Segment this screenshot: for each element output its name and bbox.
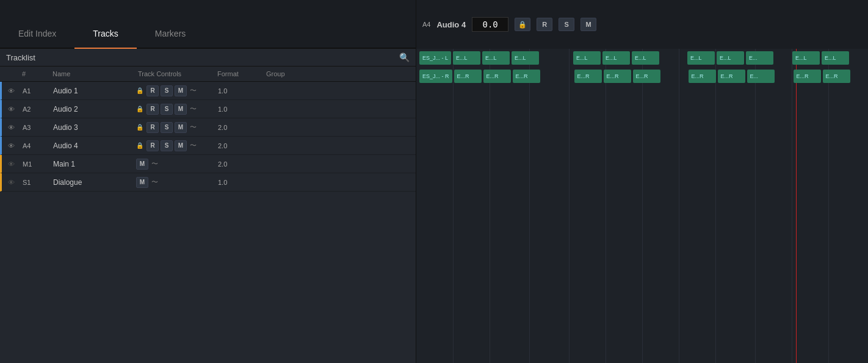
track-visibility-toggle[interactable]: 👁 [2, 142, 20, 149]
top-info-bar: A4 Audio 4 0.0 🔒 R S M [416, 0, 868, 49]
clip-chip[interactable]: E...L [512, 51, 539, 65]
waveform-icon: 〜 [190, 86, 197, 95]
track-name: Audio 3 [51, 123, 136, 132]
table-row[interactable]: 👁 A3 Audio 3 🔒 R S M 〜 2.0 [0, 118, 416, 137]
grid-line [569, 49, 570, 363]
grid-line [606, 49, 606, 363]
clip-chip[interactable]: E...L [453, 51, 480, 65]
track-name: Audio 1 [51, 87, 136, 95]
clip-chip[interactable]: ES_J... - L [419, 51, 451, 65]
clip-chip[interactable]: E...R [794, 70, 821, 83]
col-group: Group [262, 69, 416, 79]
tab-markers[interactable]: Markers [137, 20, 204, 49]
active-track-name: Audio 4 [436, 20, 466, 29]
track-format: 1.0 [215, 106, 264, 113]
mute-button-top[interactable]: M [580, 18, 596, 31]
record-button[interactable]: R [146, 104, 159, 115]
clip-chip[interactable]: E...R [633, 70, 660, 83]
track-name: Audio 2 [51, 105, 136, 113]
grid-line [715, 49, 716, 363]
solo-button-top[interactable]: S [559, 18, 574, 31]
record-button[interactable]: R [146, 122, 159, 133]
track-id: M1 [20, 160, 51, 168]
track-visibility-toggle[interactable]: 👁 [2, 124, 20, 131]
track-format: 1.0 [215, 87, 264, 95]
table-row[interactable]: 👁 A2 Audio 2 🔒 R S M 〜 1.0 [0, 100, 416, 118]
lock-icon[interactable]: 🔒 [136, 106, 143, 112]
col-format: Format [214, 69, 262, 79]
time-display: 0.0 [472, 17, 508, 32]
playhead-line [796, 49, 797, 363]
track-visibility-toggle[interactable]: 👁 [2, 87, 20, 95]
clip-chip[interactable]: E...L [482, 51, 510, 65]
left-panel: Edit Index Tracks Markers Tracklist 🔍 # … [0, 0, 416, 363]
lock-icon[interactable]: 🔒 [136, 87, 143, 94]
col-eye [0, 69, 18, 79]
mute-button[interactable]: M [136, 159, 148, 170]
record-button-top[interactable]: R [537, 18, 552, 31]
clip-chip[interactable]: E...L [602, 51, 630, 65]
main-container: Edit Index Tracks Markers Tracklist 🔍 # … [0, 0, 868, 363]
record-button[interactable]: R [146, 140, 159, 151]
track-controls: M 〜 [136, 159, 215, 170]
mute-button[interactable]: M [175, 122, 187, 133]
table-row[interactable]: 👁 S1 Dialogue M 〜 1.0 [0, 173, 416, 192]
mute-button[interactable]: M [175, 85, 187, 96]
grid-line [828, 49, 829, 363]
track-controls: M 〜 [136, 177, 215, 188]
clip-chip[interactable]: E...R [483, 70, 511, 83]
waveform-icon: 〜 [151, 178, 158, 187]
clip-chip[interactable]: E...L [822, 51, 849, 65]
table-row[interactable]: 👁 A4 Audio 4 🔒 R S M 〜 2.0 [0, 137, 416, 155]
clip-chip[interactable]: E...R [823, 70, 850, 83]
track-visibility-toggle[interactable]: 👁 [2, 106, 20, 113]
clip-chip[interactable]: E...L [573, 51, 601, 65]
track-visibility-toggle[interactable]: 👁 [2, 179, 20, 186]
lock-button-top[interactable]: 🔒 [515, 18, 530, 31]
clip-chip[interactable]: E...L [717, 51, 744, 65]
clip-chip[interactable]: E...R [718, 70, 745, 83]
clip-chip[interactable]: E...R [604, 70, 631, 83]
clip-chip[interactable]: E...L [687, 51, 715, 65]
tracks-list: 👁 A1 Audio 1 🔒 R S M 〜 1.0 👁 A2 Audio 2 [0, 82, 416, 363]
clip-chip[interactable]: E... [747, 70, 775, 83]
record-button[interactable]: R [146, 85, 159, 96]
col-num: # [18, 69, 49, 79]
clip-chip[interactable]: E...R [689, 70, 716, 83]
track-controls: 🔒 R S M 〜 [136, 140, 215, 151]
waveform-icon: 〜 [151, 159, 158, 168]
tab-tracks[interactable]: Tracks [74, 20, 136, 49]
track-name: Audio 4 [51, 142, 136, 150]
mute-button[interactable]: M [175, 104, 187, 115]
clip-chip[interactable]: E...R [513, 70, 540, 83]
track-format: 1.0 [215, 179, 264, 186]
waveform-icon: 〜 [190, 104, 197, 113]
clip-chip[interactable]: E...L [632, 51, 659, 65]
lock-icon[interactable]: 🔒 [136, 142, 143, 149]
track-format: 2.0 [215, 124, 264, 131]
col-name: Name [49, 69, 134, 79]
clip-chip[interactable]: E...L [792, 51, 820, 65]
search-button[interactable]: 🔍 [399, 52, 410, 62]
tab-edit-index[interactable]: Edit Index [0, 20, 74, 49]
track-name: Dialogue [51, 178, 136, 187]
clip-chip[interactable]: ES_J... - R [419, 70, 452, 83]
mute-button[interactable]: M [136, 177, 148, 188]
solo-button[interactable]: S [161, 85, 173, 96]
clip-chip[interactable]: E...R [454, 70, 482, 83]
clip-chip[interactable]: E... [746, 51, 773, 65]
track-visibility-toggle[interactable]: 👁 [2, 160, 20, 168]
solo-button[interactable]: S [161, 104, 173, 115]
waveform-icon: 〜 [190, 141, 197, 150]
table-row[interactable]: 👁 A1 Audio 1 🔒 R S M 〜 1.0 [0, 82, 416, 100]
track-id: A1 [20, 87, 51, 95]
solo-button[interactable]: S [161, 140, 173, 151]
table-row[interactable]: 👁 M1 Main 1 M 〜 2.0 [0, 155, 416, 173]
grid-line [529, 49, 530, 363]
clip-chip[interactable]: E...R [574, 70, 602, 83]
solo-button[interactable]: S [161, 122, 173, 133]
tabs-bar: Edit Index Tracks Markers [0, 0, 416, 49]
track-id: A4 [20, 142, 51, 149]
lock-icon[interactable]: 🔒 [136, 124, 143, 131]
mute-button[interactable]: M [175, 140, 187, 151]
